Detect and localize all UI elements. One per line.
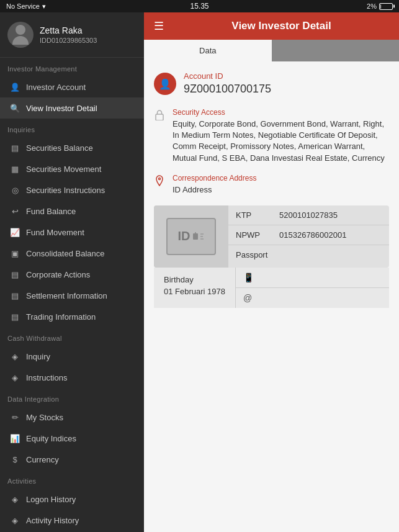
- security-access-label: Security Access: [173, 108, 389, 117]
- sidebar-item-trading-information[interactable]: ▤ Trading Information: [0, 306, 144, 327]
- birthday-section: Birthday 01 Februari 1978 📱 @: [154, 268, 389, 308]
- carrier-signal: No Service ▾: [6, 2, 46, 11]
- sidebar-item-corporate-actions[interactable]: ▤ Corporate Actions: [0, 264, 144, 285]
- currency-icon: $: [10, 454, 20, 464]
- battery-icon: [379, 3, 393, 10]
- sidebar-item-instructions[interactable]: ◈ Instructions: [0, 367, 144, 388]
- top-nav: ☰ View Investor Detail: [144, 12, 399, 40]
- sidebar-item-settlement-information[interactable]: ▤ Settlement Information: [0, 285, 144, 306]
- user-name: Zetta Raka: [40, 25, 97, 35]
- account-id-value: 9Z000100700175: [184, 83, 271, 96]
- id-card-label: ID: [178, 229, 205, 243]
- svg-rect-0: [156, 114, 163, 120]
- sidebar: Zetta Raka IDD010239865303 Investor Mana…: [0, 12, 144, 532]
- sidebar-item-investor-account[interactable]: 👤 Investor Account: [0, 76, 144, 97]
- svg-rect-2: [193, 233, 198, 240]
- nav-label-logon-history: Logon History: [26, 495, 76, 504]
- nav-label-securities-balance: Securities Balance: [26, 143, 93, 153]
- sidebar-item-equity-indices[interactable]: 📊 Equity Indices: [0, 428, 144, 449]
- avatar: [7, 22, 34, 48]
- nav-label-corporate-actions: Corporate Actions: [26, 270, 90, 279]
- nav-label-fund-movement: Fund Movement: [26, 228, 84, 237]
- account-avatar: 👤: [154, 73, 176, 95]
- sidebar-item-securities-movement[interactable]: ▦ Securities Movement: [0, 158, 144, 179]
- consolidated-balance-icon: ▣: [10, 248, 20, 258]
- security-access-content: Security Access Equity, Corporate Bond, …: [173, 108, 389, 164]
- birthday-info: Birthday 01 Februari 1978: [154, 268, 236, 308]
- hamburger-button[interactable]: ☰: [154, 19, 164, 33]
- user-info: Zetta Raka IDD010239865303: [40, 25, 97, 44]
- sidebar-item-fund-movement[interactable]: 📈 Fund Movement: [0, 222, 144, 243]
- user-id: IDD010239865303: [40, 37, 97, 44]
- id-card-image: ID: [166, 218, 216, 255]
- nav-label-trading-information: Trading Information: [26, 312, 96, 322]
- lock-icon: [154, 109, 165, 120]
- sidebar-item-my-stocks[interactable]: ✏ My Stocks: [0, 407, 144, 428]
- ktp-value: 5200101027835: [279, 210, 338, 220]
- person-icon: 👤: [159, 78, 171, 90]
- nav-label-settlement-information: Settlement Information: [26, 291, 107, 300]
- section-inquiries: Inquiries: [0, 119, 144, 137]
- nav-label-view-investor-detail: View Investor Detail: [26, 104, 97, 113]
- section-data-integration: Data Integration: [0, 388, 144, 407]
- sidebar-item-view-investor-detail[interactable]: 🔍 View Investor Detail: [0, 97, 144, 119]
- birthday-label: Birthday: [164, 275, 225, 284]
- battery-indicator: 2%: [367, 2, 393, 10]
- status-bar: No Service ▾ 15.35 2%: [0, 0, 399, 12]
- tab-data[interactable]: Data: [144, 40, 272, 61]
- id-card-section: ID KTP 5200101027835: [154, 205, 389, 268]
- search-icon: 🔍: [10, 103, 20, 113]
- securities-instructions-icon: ◎: [10, 185, 20, 195]
- security-access-section: Security Access Equity, Corporate Bond, …: [154, 108, 389, 164]
- content-area: 👤 Account ID 9Z000100700175 Security Acc…: [144, 61, 399, 532]
- contact-info: 📱 @: [236, 268, 389, 308]
- section-activities: Activities: [0, 470, 144, 489]
- settlement-information-icon: ▤: [10, 291, 20, 300]
- sidebar-item-inquiry[interactable]: ◈ Inquiry: [0, 346, 144, 367]
- birthday-value: 01 Februari 1978: [164, 287, 225, 296]
- ktp-label: KTP: [236, 210, 279, 220]
- sidebar-item-currency[interactable]: $ Currency: [0, 449, 144, 470]
- user-profile: Zetta Raka IDD010239865303: [0, 12, 144, 58]
- nav-label-currency: Currency: [26, 455, 59, 464]
- security-access-value: Equity, Corporate Bond, Government Bond,…: [173, 119, 389, 164]
- nav-label-activity-history: Activity History: [26, 516, 79, 525]
- passport-label: Passport: [236, 250, 279, 259]
- sidebar-item-fund-balance[interactable]: ↩ Fund Balance: [0, 201, 144, 222]
- email-row: @: [236, 288, 389, 308]
- securities-movement-icon: ▦: [10, 164, 20, 174]
- securities-balance-icon: ▤: [10, 143, 20, 153]
- sidebar-item-securities-balance[interactable]: ▤ Securities Balance: [0, 137, 144, 158]
- account-id-section: 👤 Account ID 9Z000100700175: [154, 71, 389, 96]
- sidebar-item-logon-history[interactable]: ◈ Logon History: [0, 489, 144, 510]
- correspondence-value: ID Address: [173, 184, 256, 196]
- correspondence-content: Correspondence Address ID Address: [173, 174, 256, 196]
- fund-balance-icon: ↩: [10, 206, 20, 216]
- npwp-value: 015326786002001: [279, 230, 346, 240]
- nav-label-inquiry: Inquiry: [26, 352, 50, 361]
- correspondence-label: Correspondence Address: [173, 174, 256, 183]
- sidebar-item-activity-history[interactable]: ◈ Activity History: [0, 510, 144, 531]
- instructions-icon: ◈: [10, 372, 20, 382]
- corporate-actions-icon: ▤: [10, 269, 20, 279]
- phone-icon: 📱: [243, 273, 254, 282]
- top-nav-title: View Investor Detail: [174, 20, 389, 32]
- activity-history-icon: ◈: [10, 515, 20, 525]
- sidebar-item-securities-instructions[interactable]: ◎ Securities Instructions: [0, 179, 144, 201]
- trading-information-icon: ▤: [10, 312, 20, 322]
- tab-bar: Data: [144, 40, 399, 61]
- section-cash-withdrawal: Cash Withdrawal: [0, 327, 144, 346]
- sidebar-item-consolidated-balance[interactable]: ▣ Consolidated Balance: [0, 243, 144, 264]
- logon-history-icon: ◈: [10, 494, 20, 504]
- nav-label-consolidated-balance: Consolidated Balance: [26, 249, 104, 258]
- npwp-row: NPWP 015326786002001: [228, 225, 389, 245]
- nav-label-equity-indices: Equity Indices: [26, 434, 76, 443]
- npwp-label: NPWP: [236, 230, 279, 240]
- passport-row: Passport: [228, 245, 389, 264]
- nav-label-securities-instructions: Securities Instructions: [26, 186, 105, 195]
- nav-label-instructions: Instructions: [26, 373, 67, 382]
- nav-label-fund-balance: Fund Balance: [26, 207, 76, 216]
- tab-secondary[interactable]: [272, 40, 400, 61]
- user-icon: 👤: [10, 82, 20, 92]
- phone-row: 📱: [236, 268, 389, 288]
